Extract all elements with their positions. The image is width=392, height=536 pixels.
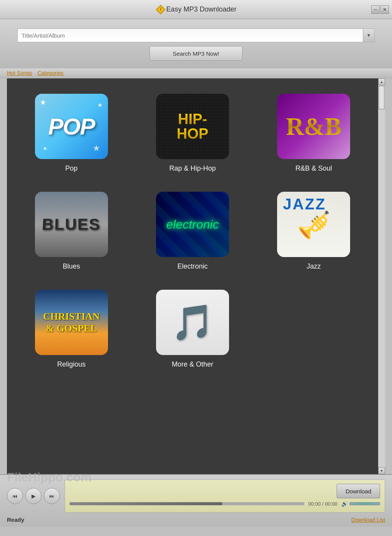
scrollbar-up-arrow[interactable]: ▲ [378, 78, 385, 85]
blues-icon-text: BLUES [42, 216, 101, 234]
next-button[interactable]: ⏭ [44, 488, 60, 504]
category-label-hiphop: Rap & Hip-Hop [169, 164, 216, 173]
pop-icon-text: POP [48, 113, 95, 140]
player-controls: ⏮ ▶ ⏭ [7, 488, 60, 504]
next-icon: ⏭ [49, 493, 55, 499]
category-item-electronic[interactable]: electronic Electronic [132, 184, 253, 282]
minimize-button[interactable]: ─ [371, 5, 380, 14]
title-bar: ! Easy MP3 Downloader ─ ✕ [0, 0, 392, 19]
category-label-religious: Religious [57, 360, 86, 368]
prev-icon: ⏮ [12, 493, 18, 499]
player-progress-area: Download 00:00 / 00:00 🔊 [65, 480, 385, 513]
search-mp3-button[interactable]: Search MP3 Now! [149, 46, 243, 61]
status-text: Ready [7, 516, 24, 523]
category-item-jazz[interactable]: JAZZ 🎺 Jazz [253, 184, 374, 282]
app-title: Easy MP3 Downloader [166, 5, 236, 13]
scrollbar: ▲ ▼ [378, 78, 385, 474]
religious-icon-text: CHRISTIAN& GOSPEL [43, 310, 100, 334]
volume-area: 🔊 [341, 501, 380, 507]
progress-time: 00:00 / 00:00 [308, 501, 337, 507]
status-row: Ready Download List [7, 516, 385, 523]
category-label-more: More & Other [172, 360, 213, 368]
download-button[interactable]: Download [337, 484, 380, 498]
jazz-trumpet-icon: 🎺 [297, 209, 331, 241]
scrollbar-thumb[interactable] [379, 86, 385, 109]
nav-links: Hot Songs Categories [0, 68, 392, 78]
search-input[interactable] [17, 28, 363, 42]
content-area: ★ ★ ★ ★ POP Pop HIP- HOP Rap & Hip-Hop R… [7, 78, 385, 474]
app-logo: ! [155, 4, 166, 15]
nav-hot-songs[interactable]: Hot Songs [7, 70, 32, 76]
category-thumb-more: 🎵 [156, 290, 229, 355]
progress-bar-row: 00:00 / 00:00 🔊 [70, 501, 380, 507]
category-thumb-hiphop: HIP- HOP [156, 94, 229, 159]
category-label-electronic: Electronic [177, 262, 208, 270]
category-label-pop: Pop [65, 164, 78, 173]
category-thumb-religious: CHRISTIAN& GOSPEL [35, 290, 108, 355]
category-label-jazz: Jazz [307, 262, 321, 270]
search-area: ▼ Search MP3 Now! [7, 25, 385, 65]
bottom-player-area: ⏮ ▶ ⏭ Download 00:00 / 00:00 🔊 [0, 474, 392, 527]
play-icon: ▶ [32, 493, 36, 499]
svg-text:!: ! [160, 7, 161, 12]
category-item-pop[interactable]: ★ ★ ★ ★ POP Pop [11, 86, 132, 184]
category-item-more[interactable]: 🎵 More & Other [132, 282, 253, 380]
play-button[interactable]: ▶ [25, 488, 42, 504]
download-list-link[interactable]: Download List [351, 517, 385, 523]
category-label-blues: Blues [63, 262, 80, 270]
title-bar-buttons: ─ ✕ [371, 5, 389, 14]
search-dropdown-button[interactable]: ▼ [363, 28, 375, 42]
category-item-blues[interactable]: BLUES Blues [11, 184, 132, 282]
volume-icon: 🔊 [341, 501, 348, 507]
elec-icon-text: electronic [166, 217, 219, 232]
category-item-rnb[interactable]: R&B R&B & Soul [253, 86, 374, 184]
more-music-icon: 🎵 [171, 302, 214, 343]
category-label-rnb: R&B & Soul [296, 164, 332, 173]
category-thumb-rnb: R&B [277, 94, 350, 159]
hiphop-text1: HIP- [178, 112, 207, 126]
volume-bar[interactable] [349, 502, 380, 505]
close-button[interactable]: ✕ [380, 5, 389, 14]
search-input-wrapper: ▼ [17, 28, 375, 42]
category-thumb-jazz: JAZZ 🎺 [277, 192, 350, 257]
categories-grid: ★ ★ ★ ★ POP Pop HIP- HOP Rap & Hip-Hop R… [7, 78, 378, 474]
scrollbar-down-arrow[interactable]: ▼ [378, 467, 385, 474]
scrollbar-track-bg [378, 110, 385, 467]
hiphop-text2: HOP [177, 126, 208, 141]
progress-bar[interactable] [70, 502, 304, 505]
rnb-icon-text: R&B [286, 112, 341, 141]
category-item-hiphop[interactable]: HIP- HOP Rap & Hip-Hop [132, 86, 253, 184]
category-item-religious[interactable]: CHRISTIAN& GOSPEL Religious [11, 282, 132, 380]
nav-categories[interactable]: Categories [37, 70, 63, 76]
category-thumb-electronic: electronic [156, 192, 229, 257]
progress-fill [70, 502, 222, 505]
category-thumb-blues: BLUES [35, 192, 108, 257]
category-thumb-pop: ★ ★ ★ ★ POP [35, 94, 108, 159]
prev-button[interactable]: ⏮ [7, 488, 23, 504]
player-row: ⏮ ▶ ⏭ Download 00:00 / 00:00 🔊 [7, 480, 385, 513]
search-container: ▼ Search MP3 Now! [0, 19, 392, 68]
